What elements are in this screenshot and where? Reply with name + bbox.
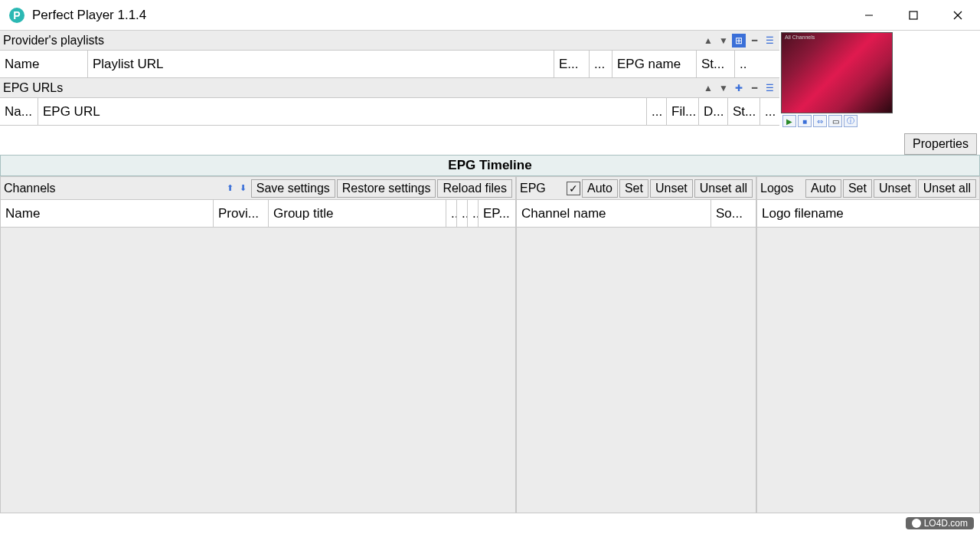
- logos-unsetall-button[interactable]: Unset all: [918, 179, 976, 198]
- channels-body: [1, 228, 515, 513]
- logos-auto-button[interactable]: Auto: [805, 179, 841, 198]
- watermark-text: LO4D.com: [924, 518, 968, 529]
- ch-col-c2[interactable]: ..: [457, 200, 468, 227]
- epg-col-more[interactable]: ...: [647, 98, 667, 125]
- logos-col-filename[interactable]: Logo filename: [757, 200, 979, 227]
- epg-unsetall-button[interactable]: Unset all: [694, 179, 753, 198]
- epg-menu-icon[interactable]: ☰: [763, 81, 776, 95]
- epg-down-icon[interactable]: ▼: [717, 81, 730, 95]
- properties-button[interactable]: Properties: [904, 133, 977, 155]
- epg-title: EPG: [520, 182, 546, 195]
- logos-body: [757, 228, 979, 513]
- epg-body: [517, 228, 756, 513]
- playlist-down-icon[interactable]: ▼: [717, 34, 730, 48]
- epg-col-url[interactable]: EPG URL: [38, 98, 647, 125]
- watermark: LO4D.com: [906, 517, 974, 529]
- epg-add-icon[interactable]: ✚: [732, 81, 746, 95]
- col-status[interactable]: St...: [697, 51, 735, 77]
- epg-unset-button[interactable]: Unset: [650, 179, 693, 198]
- close-button[interactable]: [936, 0, 980, 30]
- svg-rect-1: [910, 11, 917, 19]
- ch-col-epg[interactable]: EP...: [479, 200, 515, 227]
- timeline-header: EPG Timeline: [0, 155, 980, 176]
- epg-set-button[interactable]: Set: [619, 179, 648, 198]
- channel-up-icon[interactable]: ⬆: [224, 182, 237, 195]
- epg-col-date[interactable]: D...: [699, 98, 728, 125]
- col-more[interactable]: ...: [590, 51, 612, 77]
- logos-set-button[interactable]: Set: [843, 179, 872, 198]
- playlist-grid-icon[interactable]: ⊞: [732, 34, 746, 48]
- epg-remove-icon[interactable]: ━: [747, 81, 761, 95]
- restore-settings-button[interactable]: Restore settings: [337, 179, 436, 198]
- epg-checkbox[interactable]: ✓: [567, 182, 580, 195]
- col-epgname[interactable]: EPG name: [612, 51, 697, 77]
- app-icon: P: [9, 8, 24, 23]
- ch-col-name[interactable]: Name: [1, 200, 214, 227]
- channel-down-icon[interactable]: ⬇: [237, 182, 250, 195]
- minimize-button[interactable]: [847, 0, 891, 30]
- ch-col-group[interactable]: Group title: [269, 200, 446, 227]
- reload-files-button[interactable]: Reload files: [437, 179, 512, 198]
- screen-button[interactable]: ▭: [828, 115, 842, 127]
- epg-col-channel[interactable]: Channel name: [517, 200, 711, 227]
- ch-col-c1[interactable]: ..: [446, 200, 457, 227]
- playlist-up-icon[interactable]: ▲: [701, 34, 715, 48]
- col-ext[interactable]: ..: [735, 51, 779, 77]
- playlist-menu-icon[interactable]: ☰: [763, 34, 776, 48]
- playlist-remove-icon[interactable]: ━: [747, 34, 761, 48]
- globe-icon: [912, 519, 921, 528]
- epg-up-icon[interactable]: ▲: [701, 81, 715, 95]
- col-url[interactable]: Playlist URL: [88, 51, 554, 77]
- logos-title: Logos: [760, 182, 794, 195]
- col-name[interactable]: Name: [0, 51, 88, 77]
- expand-button[interactable]: ⇔: [813, 115, 827, 127]
- maximize-button[interactable]: [891, 0, 936, 30]
- epg-auto-button[interactable]: Auto: [582, 179, 618, 198]
- epgurls-label: EPG URLs: [3, 81, 701, 95]
- epg-col-ext[interactable]: ...: [760, 98, 779, 125]
- channels-title: Channels: [4, 182, 56, 195]
- playlists-label: Provider's playlists: [3, 34, 701, 48]
- epg-col-source[interactable]: So...: [711, 200, 756, 227]
- window-title: Perfect Player 1.1.4: [32, 8, 847, 23]
- info-button[interactable]: ⓘ: [844, 115, 858, 127]
- video-preview[interactable]: All Channels: [781, 32, 893, 113]
- ch-col-provider[interactable]: Provi...: [214, 200, 269, 227]
- stop-button[interactable]: ■: [798, 115, 812, 127]
- logos-unset-button[interactable]: Unset: [874, 179, 916, 198]
- col-encoding[interactable]: E...: [554, 51, 590, 77]
- preview-title: All Channels: [785, 34, 815, 40]
- epg-col-file[interactable]: Fil...: [667, 98, 699, 125]
- epg-col-status[interactable]: St...: [728, 98, 760, 125]
- save-settings-button[interactable]: Save settings: [251, 179, 335, 198]
- ch-col-c3[interactable]: ..: [468, 200, 479, 227]
- epg-col-name[interactable]: Na...: [0, 98, 38, 125]
- play-button[interactable]: ▶: [782, 115, 796, 127]
